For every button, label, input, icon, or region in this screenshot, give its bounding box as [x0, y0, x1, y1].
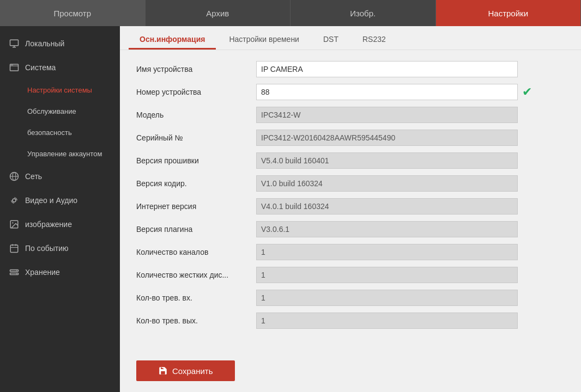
input-plugin — [256, 221, 518, 237]
input-device-name[interactable] — [256, 61, 518, 77]
save-button[interactable]: Сохранить — [136, 360, 235, 381]
label-channels: Количество каналов — [136, 248, 256, 256]
tab-settings[interactable]: Настройки — [436, 0, 582, 26]
sidebar-item-security[interactable]: безопасность — [0, 122, 120, 143]
tab-main-info[interactable]: Осн.информация — [129, 30, 216, 50]
label-alarm-in: Кол-во трев. вх. — [136, 293, 256, 302]
label-web: Интернет версия — [136, 202, 256, 211]
label-plugin: Версия плагина — [136, 225, 256, 234]
sidebar-item-image-label: изображение — [25, 220, 72, 229]
value-wrapper-device-number: ✔ — [256, 84, 565, 100]
svg-rect-0 — [10, 40, 19, 46]
input-alarm-out — [256, 313, 518, 329]
input-firmware — [256, 152, 518, 169]
sidebar-item-local[interactable]: Локальный — [0, 32, 120, 56]
svg-point-19 — [16, 270, 17, 271]
value-wrapper-device-name — [256, 61, 565, 77]
form-row: Имя устройства — [136, 61, 565, 77]
svg-point-12 — [12, 222, 13, 223]
form-row: Кол-во трев. вых. — [136, 313, 565, 329]
value-wrapper-alarm-out — [256, 313, 565, 329]
svg-point-20 — [16, 273, 17, 274]
save-button-label: Сохранить — [172, 366, 213, 376]
check-icon: ✔ — [522, 85, 532, 99]
sidebar-item-maintenance-label: Обслуживание — [27, 107, 76, 115]
input-serial — [256, 130, 518, 146]
svg-point-5 — [11, 65, 12, 66]
input-channels — [256, 244, 518, 260]
top-navigation: Просмотр Архив Изобр. Настройки — [0, 0, 581, 26]
form-row: Модель — [136, 107, 565, 123]
form-area: Имя устройстваНомер устройства✔МодельСер… — [120, 50, 581, 352]
sidebar-item-audio-video-label: Видео и Аудио — [25, 196, 77, 205]
form-row: Номер устройства✔ — [136, 84, 565, 100]
input-alarm-in — [256, 290, 518, 306]
label-device-name: Имя устройства — [136, 65, 256, 74]
system-icon — [9, 62, 20, 73]
svg-rect-13 — [10, 245, 18, 253]
sidebar-item-account-label: Управление аккаунтом — [27, 150, 102, 158]
input-web — [256, 198, 518, 215]
label-model: Модель — [136, 111, 256, 119]
sidebar-item-audio-video[interactable]: Видео и Аудио — [0, 188, 120, 212]
value-wrapper-plugin — [256, 221, 565, 237]
save-area: Сохранить — [120, 352, 581, 392]
sidebar-item-storage-label: Хранение — [25, 268, 60, 277]
main-layout: Локальный Система Настройки системы Обсл… — [0, 26, 581, 392]
tab-dst[interactable]: DST — [312, 30, 349, 50]
value-wrapper-model — [256, 107, 565, 123]
label-alarm-out: Кол-во трев. вых. — [136, 316, 256, 325]
input-encoder — [256, 175, 518, 192]
content-area: Осн.информация Настройки времени DST RS2… — [120, 26, 581, 392]
input-device-number[interactable] — [256, 84, 518, 100]
sidebar-item-system-label: Система — [25, 63, 56, 72]
storage-icon — [9, 267, 20, 278]
form-row: Версия кодир. — [136, 175, 565, 192]
sidebar-item-system-settings[interactable]: Настройки системы — [0, 79, 120, 101]
label-device-number: Номер устройства — [136, 88, 256, 96]
network-icon — [9, 171, 20, 182]
sidebar-item-local-label: Локальный — [25, 39, 64, 48]
audio-icon — [9, 195, 20, 206]
form-row: Серийный № — [136, 130, 565, 146]
image-icon — [9, 219, 20, 230]
sidebar-item-security-label: безопасность — [27, 128, 72, 137]
input-model — [256, 107, 518, 123]
sidebar-item-system-settings-label: Настройки системы — [27, 86, 92, 94]
label-firmware: Версия прошивки — [136, 156, 256, 165]
sidebar-item-event-label: По событию — [25, 244, 69, 253]
form-row: Количество жестких дис... — [136, 267, 565, 283]
label-encoder: Версия кодир. — [136, 179, 256, 188]
sidebar-item-network-label: Сеть — [25, 172, 42, 181]
value-wrapper-encoder — [256, 175, 565, 192]
svg-point-6 — [12, 65, 13, 66]
tab-time-settings[interactable]: Настройки времени — [218, 30, 310, 50]
sidebar-item-network[interactable]: Сеть — [0, 164, 120, 188]
form-row: Количество каналов — [136, 244, 565, 260]
value-wrapper-serial — [256, 130, 565, 146]
sidebar-item-image[interactable]: изображение — [0, 212, 120, 236]
value-wrapper-web — [256, 198, 565, 215]
tab-image[interactable]: Изобр. — [290, 0, 436, 26]
sidebar-item-maintenance[interactable]: Обслуживание — [0, 101, 120, 122]
tab-archive[interactable]: Архив — [146, 0, 291, 26]
value-wrapper-hdd — [256, 267, 565, 283]
sidebar: Локальный Система Настройки системы Обсл… — [0, 26, 120, 392]
monitor-icon — [9, 38, 20, 49]
tab-preview[interactable]: Просмотр — [0, 0, 146, 26]
form-row: Кол-во трев. вх. — [136, 290, 565, 306]
form-row: Интернет версия — [136, 198, 565, 215]
event-icon — [9, 243, 20, 254]
value-wrapper-channels — [256, 244, 565, 260]
save-icon — [158, 366, 168, 376]
sidebar-item-storage[interactable]: Хранение — [0, 260, 120, 284]
form-row: Версия плагина — [136, 221, 565, 237]
label-serial: Серийный № — [136, 133, 256, 142]
sidebar-item-event[interactable]: По событию — [0, 236, 120, 260]
form-row: Версия прошивки — [136, 152, 565, 169]
tab-rs232[interactable]: RS232 — [352, 30, 397, 50]
input-hdd — [256, 267, 518, 283]
sidebar-item-system[interactable]: Система — [0, 56, 120, 79]
sidebar-item-account[interactable]: Управление аккаунтом — [0, 143, 120, 164]
value-wrapper-firmware — [256, 152, 565, 169]
